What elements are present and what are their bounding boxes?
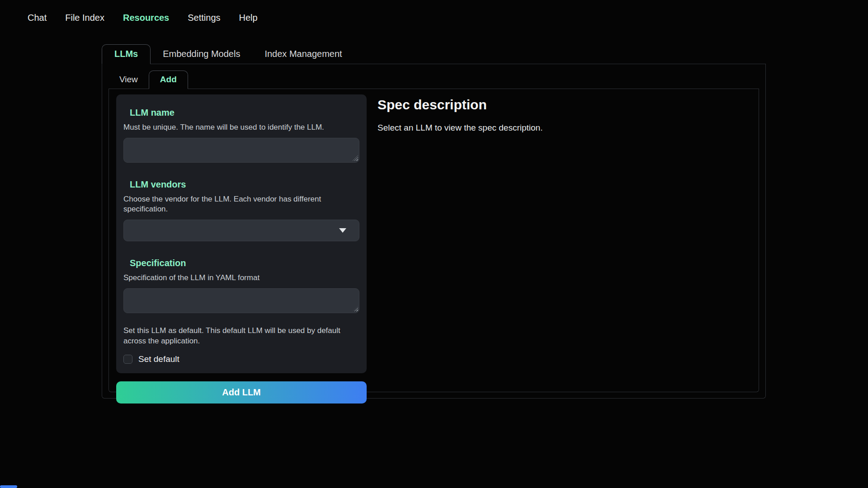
llm-vendors-field: LLM vendors Choose the vendor for the LL… [123, 179, 359, 241]
llm-vendors-info: Choose the vendor for the LLM. Each vend… [123, 194, 359, 214]
add-llm-form-card: LLM name Must be unique. The name will b… [116, 94, 367, 373]
chevron-down-icon [339, 228, 346, 233]
tab-embedding-models[interactable]: Embedding Models [151, 45, 252, 64]
llm-vendors-select[interactable] [123, 220, 359, 241]
nav-item-file-index[interactable]: File Index [65, 13, 104, 23]
specification-input-wrap [123, 288, 359, 313]
llm-vendors-label: LLM vendors [130, 179, 359, 190]
llm-name-info: Must be unique. The name will be used to… [123, 122, 359, 132]
nav-item-chat[interactable]: Chat [28, 13, 47, 23]
add-llm-form: LLM name Must be unique. The name will b… [116, 94, 367, 404]
llm-name-label: LLM name [130, 107, 359, 118]
llm-name-input-wrap [123, 138, 359, 163]
specification-field: Specification Specification of the LLM i… [123, 258, 359, 313]
specification-label: Specification [130, 258, 359, 268]
add-llm-panel: LLM name Must be unique. The name will b… [108, 89, 759, 392]
resources-tab-nav: LLMs Embedding Models Index Management [102, 44, 766, 64]
llm-name-field: LLM name Must be unique. The name will b… [123, 107, 359, 163]
specification-input[interactable] [123, 288, 359, 313]
spec-description-panel: Spec description Select an LLM to view t… [376, 94, 751, 133]
set-default-row[interactable]: Set default [123, 354, 359, 364]
set-default-checkbox[interactable] [123, 355, 132, 364]
llm-name-input[interactable] [123, 138, 359, 163]
specification-info: Specification of the LLM in YAML format [123, 273, 359, 283]
llms-subtab-nav: View Add [108, 70, 759, 89]
add-llm-button[interactable]: Add LLM [116, 381, 367, 404]
tab-index-management[interactable]: Index Management [252, 45, 354, 64]
nav-item-settings[interactable]: Settings [188, 13, 220, 23]
subtab-view[interactable]: View [108, 71, 149, 89]
resources-tab-group: LLMs Embedding Models Index Management V… [102, 44, 766, 399]
set-default-info: Set this LLM as default. This default LL… [123, 326, 343, 347]
top-nav: Chat File Index Resources Settings Help [28, 13, 258, 23]
spec-description-title: Spec description [377, 97, 751, 113]
llms-tab-panel: View Add LLM name Must be unique. The na… [102, 64, 766, 399]
nav-item-resources[interactable]: Resources [123, 13, 169, 23]
nav-item-help[interactable]: Help [239, 13, 258, 23]
spec-description-body: Select an LLM to view the spec descripti… [377, 123, 751, 133]
horizontal-scrollbar-thumb[interactable] [0, 485, 17, 488]
subtab-add[interactable]: Add [149, 70, 188, 89]
tab-llms[interactable]: LLMs [102, 44, 151, 64]
set-default-label: Set default [138, 354, 179, 364]
